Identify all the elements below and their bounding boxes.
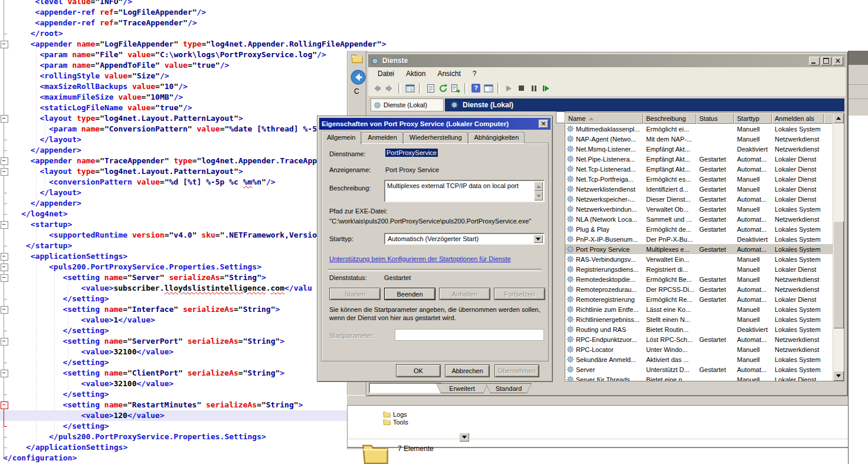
service-row[interactable]: Net.Pipe-Listenera...Empfängt Akt...Gest…: [565, 154, 833, 164]
dialog-titlebar[interactable]: Eigenschaften von Port Proxy Service (Lo…: [319, 118, 551, 130]
folder-list-item[interactable]: Tools: [383, 418, 408, 426]
explorer-band: [347, 395, 848, 406]
service-cell-starttyp: Manuell: [734, 316, 772, 323]
uebernehmen-button[interactable]: Übernehmen: [494, 364, 539, 377]
forward-arrow-icon: [385, 84, 394, 93]
show-tree-button[interactable]: [405, 83, 415, 93]
back-icon[interactable]: [351, 70, 366, 85]
folder-label: Logs: [393, 411, 407, 418]
maximize-button[interactable]: [821, 57, 831, 65]
forward-button[interactable]: [384, 83, 394, 93]
window-title: Dienste: [382, 57, 408, 65]
service-row[interactable]: Richtlinie zum Entfe...Lässt eine Ko...M…: [565, 304, 833, 314]
column-header-anmelden[interactable]: Anmelden als: [772, 113, 824, 124]
minimize-button[interactable]: [809, 57, 820, 65]
menu-ansicht[interactable]: Ansicht: [431, 67, 466, 80]
service-row[interactable]: RPC-LocatorUnter Windo...ManuellNetzwerk…: [565, 344, 833, 354]
services-list: Name Beschreibung Status Starttyp Anmeld…: [565, 113, 844, 381]
scroll-down-button[interactable]: [833, 371, 844, 381]
service-row[interactable]: NetzwerklistendienstIdentifiziert d...Ge…: [565, 184, 833, 194]
separator: [464, 83, 467, 94]
service-row[interactable]: PnP-X-IP-Busenum...Der PnP-X-Bu...Deakti…: [565, 234, 833, 244]
service-row[interactable]: RPC-Endpunktzuor...Löst RPC-Sch...Gestar…: [565, 334, 833, 344]
service-cell-name: Multimediaklassenpl...: [565, 125, 643, 133]
maximize-icon: [823, 58, 829, 64]
stop-service-button[interactable]: [516, 83, 526, 93]
service-row[interactable]: RAS-Verbindungsv...Verwaltet Ein...Manue…: [565, 254, 833, 264]
gear-icon: [371, 57, 379, 65]
service-cell-beschreibung: Ermöglicht Be...: [643, 276, 696, 283]
service-row[interactable]: Net.Tcp-Listenerad...Empfängt Akt...Gest…: [565, 164, 833, 174]
close-button[interactable]: ×: [833, 57, 843, 65]
scrollbar[interactable]: [833, 113, 844, 381]
abbrechen-button[interactable]: Abbrechen: [445, 364, 490, 377]
service-row[interactable]: Net.Msmq-Listener...Empfängt Akt...Deakt…: [565, 144, 833, 154]
column-header-name[interactable]: Name: [565, 113, 643, 124]
code-line: <appender-ref ref="LogFileAppender"/>: [0, 7, 868, 18]
tab-anmelden[interactable]: Anmelden: [362, 132, 403, 143]
gear-icon: [566, 225, 574, 233]
service-row[interactable]: Multimediaklassenpl...Ermöglicht ei...Ma…: [565, 124, 833, 134]
pause-service-button[interactable]: [529, 83, 539, 93]
extended-view-button[interactable]: [483, 83, 493, 93]
combo-dropdown-button[interactable]: [533, 235, 543, 243]
close-button[interactable]: ×: [539, 120, 548, 128]
service-row[interactable]: Richtlinienergebniss...Stellt einen N...…: [565, 314, 833, 324]
starttyp-combobox[interactable]: Automatisch (Verzögerter Start): [384, 233, 545, 245]
refresh-button[interactable]: [438, 83, 448, 93]
column-header-beschreibung[interactable]: Beschreibung: [643, 113, 696, 124]
menu-aktion[interactable]: Aktion: [400, 67, 431, 80]
ok-button[interactable]: OK: [396, 364, 441, 377]
service-row[interactable]: Port Proxy ServiceMultiplexes e...Gestar…: [565, 244, 833, 254]
service-cell-status: Gestartet: [696, 156, 734, 163]
restart-service-button[interactable]: [541, 83, 551, 93]
help-button[interactable]: ?: [471, 83, 481, 93]
beenden-button[interactable]: Beenden: [384, 288, 435, 300]
startparameter-input[interactable]: [395, 329, 544, 341]
column-header-starttyp[interactable]: Starttyp: [734, 113, 772, 124]
service-row[interactable]: Routing und RASBietet Routin...Deaktivie…: [565, 324, 833, 334]
service-cell-beschreibung: Aktiviert das ...: [643, 356, 696, 363]
service-row[interactable]: Sekundäre Anmeld...Aktiviert das ...Manu…: [565, 354, 833, 364]
anhalten-button[interactable]: Anhalten: [439, 288, 490, 300]
startoptions-link[interactable]: Unterstützung beim Konfigurieren der Sta…: [329, 255, 511, 262]
service-row[interactable]: NAP-Agent (Netwo...Mit dem NAP-...Manuel…: [565, 134, 833, 144]
export-list-button[interactable]: [450, 83, 460, 93]
service-row[interactable]: Registrierungsdiens...Registriert di...M…: [565, 264, 833, 274]
menu-hilfe[interactable]: ?: [467, 67, 483, 80]
properties-button[interactable]: [425, 83, 435, 93]
service-row[interactable]: NLA (Network Loca...Sammelt und ...Gesta…: [565, 214, 833, 224]
tab-erweitert[interactable]: Erweitert: [436, 383, 488, 393]
fortsetzen-button[interactable]: Fortsetzen: [494, 288, 545, 300]
tab-allgemein[interactable]: Allgemein: [321, 131, 361, 144]
service-row[interactable]: ServerUnterstützt D...GestartetAutomat..…: [565, 364, 833, 374]
folder-list-item[interactable]: Logs: [383, 410, 407, 418]
services-titlebar[interactable]: Dienste ×: [368, 54, 846, 67]
scroll-up-button[interactable]: [534, 182, 543, 191]
tab-abhaengigkeiten[interactable]: Abhängigkeiten: [469, 132, 525, 143]
gear-icon: [566, 315, 574, 323]
service-row[interactable]: Plug & PlayErmöglicht de...GestartetAuto…: [565, 224, 833, 234]
service-row[interactable]: Netzwerkverbindun...Verwaltet Ob...Gesta…: [565, 204, 833, 214]
scroll-up-button[interactable]: [833, 113, 844, 123]
menu-datei[interactable]: Datei: [372, 67, 400, 80]
beschreibung-textbox[interactable]: Multiplexes external TCP/IP data on loca…: [384, 180, 545, 202]
start-service-button[interactable]: [504, 83, 514, 93]
tab-standard[interactable]: Standard: [486, 383, 532, 393]
column-header-status[interactable]: Status: [696, 113, 734, 124]
tab-wiederherstellung[interactable]: Wiederherstellung: [404, 132, 468, 143]
back-button[interactable]: [372, 83, 382, 93]
service-row[interactable]: Server für Threads...Bietet eine n...Man…: [565, 374, 833, 381]
service-row[interactable]: RemoteregistrierungErmöglicht Re...Gesta…: [565, 294, 833, 304]
dropdown-button[interactable]: [459, 433, 469, 442]
starten-button[interactable]: Starten: [329, 288, 381, 300]
console-tree-item[interactable]: Dienste (Lokal): [371, 98, 444, 111]
service-cell-name: Richtlinienergebniss...: [565, 315, 643, 323]
scroll-down-button[interactable]: [534, 191, 543, 200]
service-row[interactable]: Remotedesktopdie...Ermöglicht Be...Gesta…: [565, 274, 833, 284]
service-row[interactable]: Netzwerkspeicher-...Dieser Dienst...Gest…: [565, 194, 833, 204]
filter-input[interactable]: [369, 383, 442, 393]
service-row[interactable]: Remoteprozedurau...Der RPCSS-Di...Gestar…: [565, 284, 833, 294]
scrollbar-thumb[interactable]: [833, 221, 844, 328]
service-row[interactable]: Net.Tcp-Portfreiga...Ermöglicht es...Ges…: [565, 174, 833, 184]
